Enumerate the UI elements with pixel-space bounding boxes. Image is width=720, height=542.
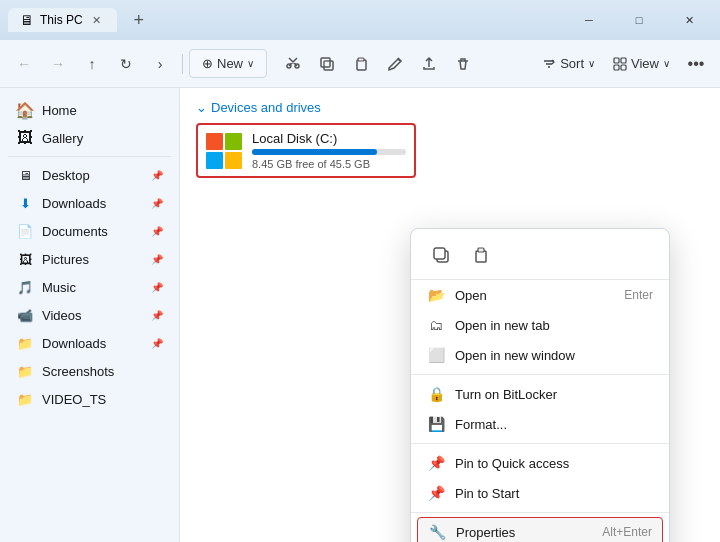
section-chevron-icon: ⌄: [196, 100, 207, 115]
screenshots-icon: 📁: [16, 362, 34, 380]
main-layout: 🏠 Home 🖼 Gallery 🖥 Desktop 📌 ⬇ Downloads…: [0, 88, 720, 542]
maximize-button[interactable]: □: [616, 5, 662, 35]
delete-icon: [455, 56, 471, 72]
drive-c-item[interactable]: Local Disk (C:) 8.45 GB free of 45.5 GB: [196, 123, 416, 178]
view-icon: [613, 57, 627, 71]
sort-button[interactable]: Sort ∨: [534, 52, 603, 75]
view-button[interactable]: View ∨: [605, 52, 678, 75]
ctx-pin-quick-label: Pin to Quick access: [455, 456, 653, 471]
ctx-open-new-tab-item[interactable]: 🗂 Open in new tab: [411, 310, 669, 340]
music-icon: 🎵: [16, 278, 34, 296]
documents-icon: 📄: [16, 222, 34, 240]
minimize-button[interactable]: ─: [566, 5, 612, 35]
refresh-button[interactable]: ↻: [110, 48, 142, 80]
forward-button[interactable]: →: [42, 48, 74, 80]
sidebar-item-downloads[interactable]: ⬇ Downloads 📌: [4, 189, 175, 217]
tab-close-button[interactable]: ✕: [89, 12, 105, 28]
sidebar-label-downloads2: Downloads: [42, 336, 143, 351]
paste-icon: [353, 56, 369, 72]
win-sq-green: [225, 133, 242, 150]
new-button[interactable]: ⊕ New ∨: [189, 49, 267, 78]
sidebar-item-desktop[interactable]: 🖥 Desktop 📌: [4, 161, 175, 189]
sidebar-label-documents: Documents: [42, 224, 143, 239]
ctx-open-icon: 📂: [427, 287, 445, 303]
ctx-open-new-window-item[interactable]: ⬜ Open in new window: [411, 340, 669, 370]
back-button[interactable]: ←: [8, 48, 40, 80]
copy-button[interactable]: [311, 48, 343, 80]
drive-c-bar-container: [252, 149, 406, 155]
desktop-pin-icon: 📌: [151, 170, 163, 181]
tab-icon: 🖥: [20, 12, 34, 28]
ctx-format-icon: 💾: [427, 416, 445, 432]
ctx-properties-label: Properties: [456, 525, 592, 540]
home-icon: 🏠: [16, 101, 34, 119]
cut-button[interactable]: [277, 48, 309, 80]
ctx-bitlocker-item[interactable]: 🔒 Turn on BitLocker: [411, 379, 669, 409]
ctx-bitlocker-label: Turn on BitLocker: [455, 387, 653, 402]
downloads-pin-icon: 📌: [151, 198, 163, 209]
pictures-pin-icon: 📌: [151, 254, 163, 265]
desktop-icon: 🖥: [16, 166, 34, 184]
ctx-format-item[interactable]: 💾 Format...: [411, 409, 669, 439]
ctx-new-window-label: Open in new window: [455, 348, 653, 363]
ctx-open-label: Open: [455, 288, 614, 303]
drive-c-bar: [252, 149, 377, 155]
win-sq-yellow: [225, 152, 242, 169]
ctx-open-shortcut: Enter: [624, 288, 653, 302]
win-sq-blue: [206, 152, 223, 169]
close-button[interactable]: ✕: [666, 5, 712, 35]
ctx-divider-2: [411, 443, 669, 444]
downloads2-icon: 📁: [16, 334, 34, 352]
svg-rect-15: [478, 248, 484, 252]
drive-c-name: Local Disk (C:): [252, 131, 406, 146]
drive-c-info: Local Disk (C:) 8.45 GB free of 45.5 GB: [252, 131, 406, 170]
ctx-bitlocker-icon: 🔒: [427, 386, 445, 402]
ctx-paste-icon-btn[interactable]: [463, 239, 499, 271]
toolbar-right: Sort ∨ View ∨ •••: [534, 48, 712, 80]
sidebar-item-downloads2[interactable]: 📁 Downloads 📌: [4, 329, 175, 357]
sidebar-item-videos[interactable]: 📹 Videos 📌: [4, 301, 175, 329]
ctx-properties-item[interactable]: 🔧 Properties Alt+Enter: [417, 517, 663, 542]
new-tab-button[interactable]: +: [125, 6, 153, 34]
sidebar-item-gallery[interactable]: 🖼 Gallery: [4, 124, 175, 152]
sidebar-label-home: Home: [42, 103, 163, 118]
drive-c-space: 8.45 GB free of 45.5 GB: [252, 158, 406, 170]
ctx-divider-1: [411, 374, 669, 375]
share-button[interactable]: [413, 48, 445, 80]
video-ts-icon: 📁: [16, 390, 34, 408]
sidebar-label-videos: Videos: [42, 308, 143, 323]
tab-title: This PC: [40, 13, 83, 27]
win-sq-red: [206, 133, 223, 150]
ctx-pin-start-item[interactable]: 📌 Pin to Start: [411, 478, 669, 508]
new-chevron-icon: ∨: [247, 58, 254, 69]
view-chevron-icon: ∨: [663, 58, 670, 69]
sidebar-item-music[interactable]: 🎵 Music 📌: [4, 273, 175, 301]
videos-pin-icon: 📌: [151, 310, 163, 321]
sidebar-divider: [8, 156, 171, 157]
windows-logo-icon: [206, 133, 242, 169]
address-chevron[interactable]: ›: [144, 48, 176, 80]
sidebar-label-pictures: Pictures: [42, 252, 143, 267]
sidebar-item-documents[interactable]: 📄 Documents 📌: [4, 217, 175, 245]
svg-rect-5: [621, 58, 626, 63]
title-bar: 🖥 This PC ✕ + ─ □ ✕: [0, 0, 720, 40]
up-button[interactable]: ↑: [76, 48, 108, 80]
sidebar-item-screenshots[interactable]: 📁 Screenshots: [4, 357, 175, 385]
sidebar-item-home[interactable]: 🏠 Home: [4, 96, 175, 124]
sidebar-item-pictures[interactable]: 🖼 Pictures 📌: [4, 245, 175, 273]
sidebar-label-music: Music: [42, 280, 143, 295]
tab[interactable]: 🖥 This PC ✕: [8, 8, 117, 32]
delete-button[interactable]: [447, 48, 479, 80]
ctx-pin-quick-access-item[interactable]: 📌 Pin to Quick access: [411, 448, 669, 478]
svg-rect-14: [476, 251, 486, 262]
paste-button[interactable]: [345, 48, 377, 80]
sidebar-item-video-ts[interactable]: 📁 VIDEO_TS: [4, 385, 175, 413]
devices-drives-section[interactable]: ⌄ Devices and drives: [196, 100, 704, 115]
ctx-copy-icon-btn[interactable]: [423, 239, 459, 271]
ctx-open-item[interactable]: 📂 Open Enter: [411, 280, 669, 310]
rename-button[interactable]: [379, 48, 411, 80]
ctx-new-window-icon: ⬜: [427, 347, 445, 363]
cut-icon: [285, 56, 301, 72]
more-options-button[interactable]: •••: [680, 48, 712, 80]
svg-rect-7: [621, 65, 626, 70]
